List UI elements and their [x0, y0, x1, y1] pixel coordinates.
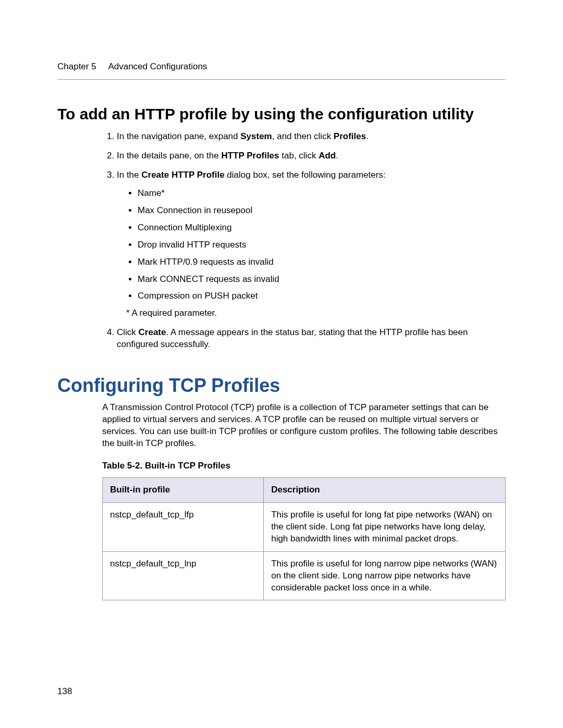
step-1-text-1: In the navigation pane, expand — [117, 131, 240, 141]
major-heading: Configuring TCP Profiles — [57, 375, 506, 397]
step-3-text-2: dialog box, set the following parameters… — [225, 170, 386, 180]
step-1-bold-1: System — [240, 131, 272, 141]
step-4-bold-1: Create — [139, 327, 166, 337]
bullet-item: Max Connection in reusepool — [138, 205, 506, 217]
header-title: Advanced Configurations — [108, 61, 207, 71]
step-3-bold-1: Create HTTP Profile — [141, 170, 224, 180]
step-2-bold-1: HTTP Profiles — [221, 151, 279, 161]
table-header-description: Description — [264, 477, 506, 502]
bullet-item: Name* — [138, 188, 506, 200]
header-chapter: Chapter 5 — [57, 61, 96, 71]
bullet-item: Mark CONNECT requests as invalid — [138, 274, 506, 286]
table-caption: Table 5-2. Built-in TCP Profiles — [102, 460, 506, 472]
running-header: Chapter 5 Advanced Configurations — [57, 61, 506, 80]
table-header-row: Built-in profile Description — [103, 477, 506, 502]
step-4-text-2: . A message appears in the status bar, s… — [117, 327, 468, 349]
table-row: nstcp_default_tcp_lnp This profile is us… — [103, 551, 506, 600]
bullet-item: Drop invalid HTTP requests — [138, 239, 506, 251]
step-1-bold-2: Profiles — [334, 131, 366, 141]
step-3-text-1: In the — [117, 170, 141, 180]
step-2-text-3: . — [336, 151, 338, 161]
step-2-text-2: tab, click — [279, 151, 319, 161]
bullets-list: Name* Max Connection in reusepool Connec… — [117, 188, 506, 303]
content-block-2: A Transmission Control Protocol (TCP) pr… — [57, 402, 506, 600]
step-1-text-3: . — [366, 131, 369, 141]
table-cell-profile: nstcp_default_tcp_lfp — [103, 502, 264, 551]
bullet-item: Mark HTTP/0.9 requests as invalid — [138, 256, 506, 268]
bullet-item: Connection Multiplexing — [138, 222, 506, 234]
table-cell-description: This profile is useful for long fat pipe… — [264, 502, 506, 551]
section-heading: To add an HTTP profile by using the conf… — [57, 105, 506, 124]
step-4: Click Create. A message appears in the s… — [117, 327, 506, 351]
table-cell-profile: nstcp_default_tcp_lnp — [103, 551, 264, 600]
table-cell-description: This profile is useful for long narrow p… — [264, 551, 506, 600]
bullet-item: Compression on PUSH packet — [138, 290, 506, 302]
step-1: In the navigation pane, expand System, a… — [117, 131, 506, 143]
required-note: * A required parameter. — [126, 307, 506, 319]
intro-paragraph: A Transmission Control Protocol (TCP) pr… — [102, 402, 506, 450]
step-1-text-2: , and then click — [272, 131, 334, 141]
step-2-text-1: In the details pane, on the — [117, 151, 221, 161]
tcp-profiles-table: Built-in profile Description nstcp_defau… — [102, 477, 506, 601]
page-number: 138 — [57, 686, 72, 697]
table-row: nstcp_default_tcp_lfp This profile is us… — [103, 502, 506, 551]
content-block-1: In the navigation pane, expand System, a… — [57, 131, 506, 351]
page: Chapter 5 Advanced Configurations To add… — [0, 0, 563, 728]
step-2: In the details pane, on the HTTP Profile… — [117, 150, 506, 162]
step-3: In the Create HTTP Profile dialog box, s… — [117, 169, 506, 319]
step-4-text-1: Click — [117, 327, 139, 337]
step-2-bold-2: Add — [319, 151, 336, 161]
table-header-profile: Built-in profile — [103, 477, 264, 502]
steps-list: In the navigation pane, expand System, a… — [102, 131, 506, 351]
